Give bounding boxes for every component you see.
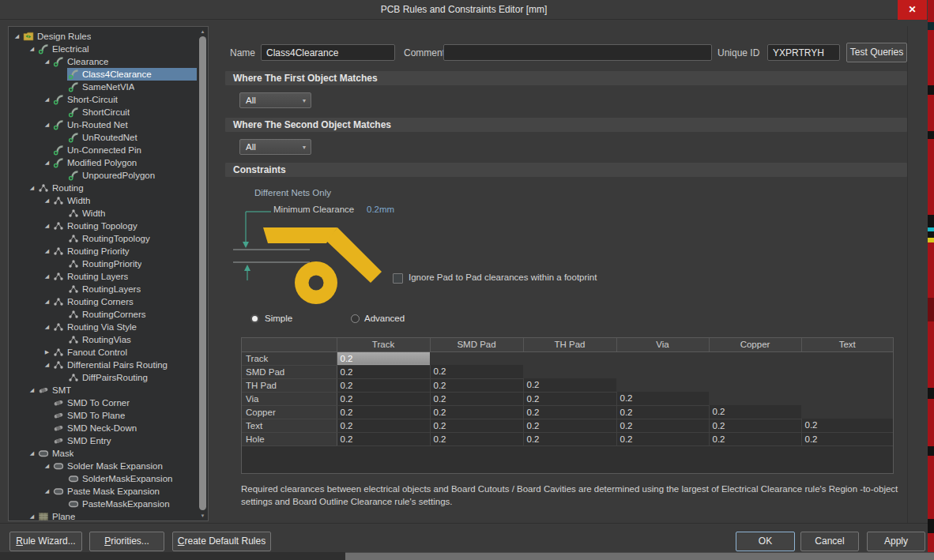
collapse-icon[interactable]: ◢: [42, 359, 52, 371]
tree-scrollbar[interactable]: ▲ ▼: [198, 27, 208, 521]
tree-item-unroutednet[interactable]: UnRoutedNet: [9, 131, 197, 144]
matrix-cell-via-th-pad[interactable]: 0.2: [523, 392, 616, 405]
tree-item-modified-polygon[interactable]: ◢Modified Polygon: [9, 156, 197, 169]
collapse-icon[interactable]: ◢: [12, 30, 22, 43]
ok-button[interactable]: OK: [736, 532, 795, 551]
tree-item-routing-layers[interactable]: ◢Routing Layers: [9, 270, 197, 283]
matrix-cell-copper-via[interactable]: 0.2: [616, 405, 709, 419]
collapse-icon[interactable]: ◢: [42, 55, 52, 68]
tree-item-class4clearance[interactable]: Class4Clearance: [9, 68, 197, 81]
collapse-icon[interactable]: ◢: [27, 510, 37, 521]
tree-item-smd-neck-down[interactable]: SMD Neck-Down: [9, 422, 197, 434]
apply-button[interactable]: Apply: [867, 532, 925, 551]
collapse-icon[interactable]: ◢: [42, 295, 52, 308]
tree-item-width[interactable]: Width: [9, 207, 197, 220]
tree-item-routingpriority[interactable]: RoutingPriority: [9, 257, 197, 270]
collapse-icon[interactable]: ◢: [42, 118, 52, 131]
tree-item-routing-priority[interactable]: ◢Routing Priority: [9, 245, 197, 257]
matrix-cell-text-track[interactable]: 0.2: [337, 419, 430, 432]
tree-item-plane[interactable]: ◢Plane: [9, 510, 197, 521]
matrix-cell-text-via[interactable]: 0.2: [616, 419, 709, 432]
matrix-cell-copper-copper[interactable]: 0.2: [709, 405, 801, 419]
comment-input[interactable]: [443, 44, 712, 61]
matrix-cell-via-smd-pad[interactable]: 0.2: [430, 392, 523, 405]
scroll-up-icon[interactable]: ▲: [198, 27, 208, 36]
tree-item-samenetvia[interactable]: SameNetVIA: [9, 81, 197, 93]
tree-item-unpouredpolygon[interactable]: UnpouredPolygon: [9, 169, 197, 182]
tree-item-routing-via-style[interactable]: ◢Routing Via Style: [9, 321, 197, 333]
tree-item-clearance[interactable]: ◢Clearance: [9, 55, 197, 68]
collapse-icon[interactable]: ◢: [42, 460, 52, 472]
collapse-icon[interactable]: ◢: [42, 194, 52, 207]
matrix-cell-hole-track[interactable]: 0.2: [337, 432, 430, 445]
tree-item-smd-entry[interactable]: SMD Entry: [9, 434, 197, 447]
matrix-cell-hole-copper[interactable]: 0.2: [709, 432, 801, 445]
tree-item-routing[interactable]: ◢Routing: [9, 182, 197, 194]
ignore-pad-checkbox[interactable]: [393, 273, 403, 284]
unique-id-input[interactable]: [767, 44, 840, 61]
tree-item-routinglayers[interactable]: RoutingLayers: [9, 283, 197, 295]
tree-item-smd-to-corner[interactable]: SMD To Corner: [9, 397, 197, 409]
collapse-icon[interactable]: ◢: [42, 485, 52, 498]
tree-item-width[interactable]: ◢Width: [9, 194, 197, 207]
create-default-rules-button[interactable]: Create Default Rules: [172, 532, 271, 551]
tree-item-electrical[interactable]: ◢Electrical: [9, 43, 197, 55]
tree-item-routing-topology[interactable]: ◢Routing Topology: [9, 220, 197, 232]
scrollbar-thumb[interactable]: [199, 36, 206, 510]
matrix-cell-hole-th-pad[interactable]: 0.2: [523, 432, 616, 445]
tree-item-smd-to-plane[interactable]: SMD To Plane: [9, 409, 197, 422]
tree-item-soldermaskexpansion[interactable]: SolderMaskExpansion: [9, 472, 197, 485]
expand-icon[interactable]: ▶: [42, 346, 52, 359]
matrix-cell-copper-th-pad[interactable]: 0.2: [523, 405, 616, 419]
tree-item-routing-corners[interactable]: ◢Routing Corners: [9, 295, 197, 308]
collapse-icon[interactable]: ◢: [42, 245, 52, 257]
matrix-cell-track-track[interactable]: 0.2: [337, 351, 430, 365]
collapse-icon[interactable]: ◢: [42, 270, 52, 283]
tree-item-routingcorners[interactable]: RoutingCorners: [9, 308, 197, 321]
matrix-cell-via-via[interactable]: 0.2: [616, 392, 709, 405]
close-button[interactable]: ✕: [898, 0, 927, 20]
first-match-dropdown[interactable]: All ▼: [239, 92, 311, 108]
tree-item-un-connected-pin[interactable]: Un-Connected Pin: [9, 144, 197, 156]
collapse-icon[interactable]: ◢: [42, 220, 52, 232]
cancel-button[interactable]: Cancel: [800, 532, 859, 551]
collapse-icon[interactable]: ◢: [27, 384, 37, 397]
rule-wizard-button[interactable]: Rule Wizard...: [9, 532, 82, 551]
matrix-cell-smd-pad-smd-pad[interactable]: 0.2: [430, 365, 523, 378]
advanced-radio[interactable]: [351, 314, 360, 323]
tree-item-short-circuit[interactable]: ◢Short-Circuit: [9, 93, 197, 106]
matrix-cell-via-track[interactable]: 0.2: [337, 392, 430, 405]
simple-radio-label[interactable]: Simple: [265, 314, 292, 323]
simple-radio[interactable]: [250, 314, 259, 323]
matrix-cell-text-text[interactable]: 0.2: [801, 419, 893, 432]
matrix-cell-smd-pad-track[interactable]: 0.2: [337, 365, 430, 378]
tree-item-routingvias[interactable]: RoutingVias: [9, 333, 197, 346]
test-queries-button[interactable]: Test Queries: [846, 43, 907, 62]
collapse-icon[interactable]: ◢: [42, 156, 52, 169]
collapse-icon[interactable]: ◢: [27, 447, 37, 460]
tree-item-routingtopology[interactable]: RoutingTopology: [9, 232, 197, 245]
matrix-cell-hole-via[interactable]: 0.2: [616, 432, 709, 445]
tree-item-un-routed-net[interactable]: ◢Un-Routed Net: [9, 118, 197, 131]
matrix-cell-th-pad-smd-pad[interactable]: 0.2: [430, 378, 523, 392]
collapse-icon[interactable]: ◢: [27, 182, 37, 194]
priorities-button[interactable]: Priorities...: [89, 532, 164, 551]
advanced-radio-label[interactable]: Advanced: [364, 314, 405, 323]
tree-item-smt[interactable]: ◢SMT: [9, 384, 197, 397]
matrix-cell-th-pad-track[interactable]: 0.2: [337, 378, 430, 392]
matrix-cell-text-th-pad[interactable]: 0.2: [523, 419, 616, 432]
tree-item-shortcircuit[interactable]: ShortCircuit: [9, 106, 197, 118]
name-input[interactable]: [261, 44, 395, 61]
tree-item-diffpairsrouting[interactable]: DiffPairsRouting: [9, 371, 197, 384]
tree-item-paste-mask-expansion[interactable]: ◢Paste Mask Expansion: [9, 485, 197, 498]
tree-item-differential-pairs-routing[interactable]: ◢Differential Pairs Routing: [9, 359, 197, 371]
collapse-icon[interactable]: ◢: [27, 43, 37, 55]
matrix-cell-copper-track[interactable]: 0.2: [337, 405, 430, 419]
collapse-icon[interactable]: ◢: [42, 93, 52, 106]
tree-item-solder-mask-expansion[interactable]: ◢Solder Mask Expansion: [9, 460, 197, 472]
second-match-dropdown[interactable]: All ▼: [239, 139, 311, 155]
matrix-cell-text-copper[interactable]: 0.2: [709, 419, 801, 432]
matrix-cell-copper-smd-pad[interactable]: 0.2: [430, 405, 523, 419]
tree-item-fanout-control[interactable]: ▶Fanout Control: [9, 346, 197, 359]
matrix-cell-hole-smd-pad[interactable]: 0.2: [430, 432, 523, 445]
